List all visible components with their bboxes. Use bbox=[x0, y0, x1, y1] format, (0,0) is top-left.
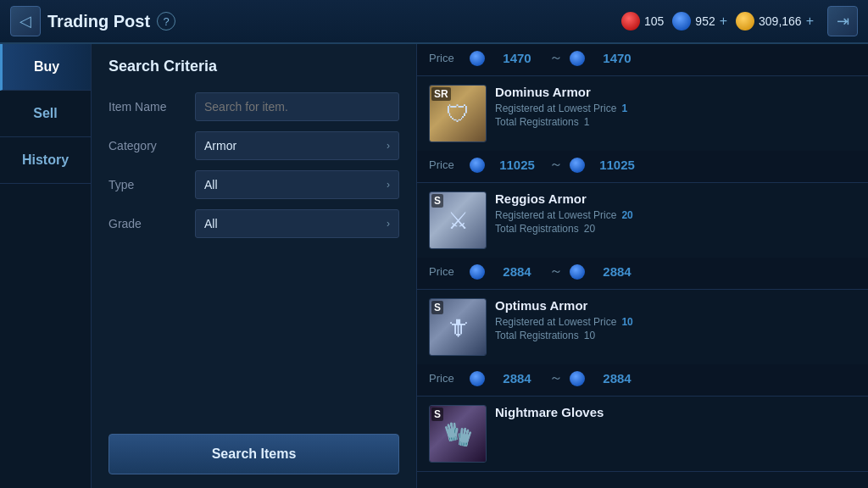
dominus-name: Dominus Armor bbox=[495, 85, 856, 99]
type-label: Type bbox=[108, 178, 185, 191]
reggios-price-row: Price 2884 ～ 2884 bbox=[417, 258, 868, 289]
dominus-crystal-right bbox=[570, 158, 585, 173]
main-layout: Buy Sell History Search Criteria Item Na… bbox=[0, 44, 868, 488]
blue-gem-value: 952 bbox=[695, 14, 715, 28]
sidebar-item-history[interactable]: History bbox=[0, 137, 91, 184]
dominus-grade-badge: SR bbox=[431, 87, 451, 101]
optimus-grade-badge: S bbox=[431, 301, 443, 314]
partial-price-crystal-left bbox=[470, 51, 485, 66]
optimus-name: Optimus Armor bbox=[495, 298, 856, 313]
category-select[interactable]: Armor › bbox=[195, 131, 399, 160]
dominus-registered-value: 1 bbox=[621, 103, 627, 114]
gold-add-button[interactable]: + bbox=[806, 14, 814, 29]
sidebar-item-buy[interactable]: Buy bbox=[0, 44, 91, 91]
item-reggios-details: Reggios Armor Registered at Lowest Price… bbox=[495, 191, 856, 236]
resource-gold: 309,166 + bbox=[736, 12, 814, 30]
category-value: Armor bbox=[204, 139, 236, 152]
grade-value: All bbox=[204, 217, 218, 230]
blue-gem-add-button[interactable]: + bbox=[720, 14, 727, 29]
item-optimus-thumbnail: 🗡 S bbox=[429, 298, 487, 356]
dominus-total-stat: Total Registrations 1 bbox=[495, 116, 856, 128]
optimus-price-tilde: ～ bbox=[549, 369, 563, 387]
reggios-registered-stat: Registered at Lowest Price 20 bbox=[495, 209, 856, 221]
reggios-total-value: 20 bbox=[584, 223, 595, 235]
category-chevron-icon: › bbox=[387, 140, 390, 152]
optimus-price-max: 2884 bbox=[592, 371, 643, 385]
reggios-name: Reggios Armor bbox=[495, 191, 856, 206]
dominus-price-min: 11025 bbox=[492, 158, 542, 172]
item-reggios-section: ⚔ S Reggios Armor Registered at Lowest P… bbox=[417, 183, 868, 290]
type-select[interactable]: All › bbox=[195, 170, 399, 199]
reggios-price-label: Price bbox=[429, 265, 463, 278]
dominus-price-max: 11025 bbox=[592, 158, 643, 172]
grade-label: Grade bbox=[108, 217, 185, 230]
resource-gems-blue: 952 + bbox=[672, 12, 727, 30]
category-label: Category bbox=[108, 139, 185, 152]
dominus-total-label: Total Registrations bbox=[495, 116, 579, 128]
optimus-price-row: Price 2884 ～ 2884 bbox=[417, 364, 868, 396]
item-reggios-thumbnail: ⚔ S bbox=[429, 191, 487, 249]
sidebar-item-sell[interactable]: Sell bbox=[0, 91, 91, 137]
item-name-input[interactable] bbox=[195, 92, 399, 121]
item-dominus-section: 🛡 SR Dominus Armor Registered at Lowest … bbox=[417, 76, 868, 183]
optimus-total-value: 10 bbox=[584, 330, 595, 341]
resource-gems-red: 105 bbox=[621, 12, 664, 30]
reggios-price-tilde: ～ bbox=[549, 263, 563, 280]
item-dominus-row: 🛡 SR Dominus Armor Registered at Lowest … bbox=[417, 76, 868, 151]
reggios-total-label: Total Registrations bbox=[495, 223, 579, 235]
grade-select[interactable]: All › bbox=[195, 209, 399, 238]
dominus-price-row: Price 11025 ～ 11025 bbox=[417, 151, 868, 182]
item-nightmare-section: 🧤 S Nightmare Gloves bbox=[417, 396, 868, 472]
item-nightmare-thumbnail: 🧤 S bbox=[429, 405, 487, 463]
optimus-price-label: Price bbox=[429, 372, 463, 385]
category-field: Category Armor › bbox=[108, 131, 399, 160]
dominus-price-label: Price bbox=[429, 158, 463, 171]
dominus-registered-label: Registered at Lowest Price bbox=[495, 103, 616, 114]
type-chevron-icon: › bbox=[387, 179, 390, 191]
reggios-price-min: 2884 bbox=[492, 264, 542, 279]
title-group: ◁ Trading Post ? bbox=[10, 6, 175, 36]
item-optimus-section: 🗡 S Optimus Armor Registered at Lowest P… bbox=[417, 290, 868, 396]
type-field: Type All › bbox=[108, 170, 399, 199]
reggios-registered-label: Registered at Lowest Price bbox=[495, 209, 616, 221]
gold-value: 309,166 bbox=[759, 14, 802, 28]
partial-price-max: 1470 bbox=[592, 51, 643, 65]
search-criteria-title: Search Criteria bbox=[108, 58, 399, 75]
item-name-field: Item Name bbox=[108, 92, 399, 121]
gold-icon bbox=[736, 12, 754, 30]
optimus-total-label: Total Registrations bbox=[495, 330, 579, 341]
logout-button[interactable]: ⇥ bbox=[827, 6, 858, 36]
optimus-crystal-left bbox=[470, 371, 485, 386]
item-dominus-thumbnail: 🛡 SR bbox=[429, 85, 487, 142]
dominus-crystal-left bbox=[470, 158, 485, 173]
red-gem-icon bbox=[621, 12, 640, 30]
reggios-total-stat: Total Registrations 20 bbox=[495, 223, 856, 235]
reggios-crystal-left bbox=[470, 264, 485, 280]
nightmare-grade-badge: S bbox=[431, 408, 443, 421]
sidebar: Buy Sell History bbox=[0, 44, 92, 488]
red-gem-value: 105 bbox=[644, 14, 664, 28]
results-panel[interactable]: Price 1470 ～ 1470 🛡 SR Dominus Armor Reg… bbox=[417, 44, 868, 488]
item-nightmare-details: Nightmare Gloves bbox=[495, 405, 856, 423]
blue-gem-icon bbox=[672, 12, 691, 30]
optimus-registered-value: 10 bbox=[621, 316, 632, 328]
back-button[interactable]: ◁ bbox=[10, 6, 41, 36]
item-dominus-details: Dominus Armor Registered at Lowest Price… bbox=[495, 85, 856, 130]
top-bar: ◁ Trading Post ? 105 952 + 309,166 + ⇥ bbox=[0, 0, 868, 44]
optimus-total-stat: Total Registrations 10 bbox=[495, 330, 856, 341]
dominus-price-tilde: ～ bbox=[549, 156, 563, 174]
reggios-grade-badge: S bbox=[431, 194, 443, 208]
partial-price-crystal-right bbox=[570, 51, 585, 66]
search-panel: Search Criteria Item Name Category Armor… bbox=[92, 44, 417, 488]
grade-chevron-icon: › bbox=[387, 218, 390, 230]
optimus-registered-label: Registered at Lowest Price bbox=[495, 316, 616, 328]
reggios-registered-value: 20 bbox=[621, 209, 632, 221]
partial-price-label: Price bbox=[429, 52, 463, 64]
partial-price-tilde: ～ bbox=[549, 49, 563, 67]
dominus-registered-stat: Registered at Lowest Price 1 bbox=[495, 103, 856, 114]
help-button[interactable]: ? bbox=[157, 12, 175, 30]
search-button-container: Search Items bbox=[108, 417, 399, 474]
partial-price-row: Price 1470 ～ 1470 bbox=[417, 44, 868, 76]
search-button[interactable]: Search Items bbox=[108, 434, 399, 474]
item-name-label: Item Name bbox=[108, 100, 185, 114]
